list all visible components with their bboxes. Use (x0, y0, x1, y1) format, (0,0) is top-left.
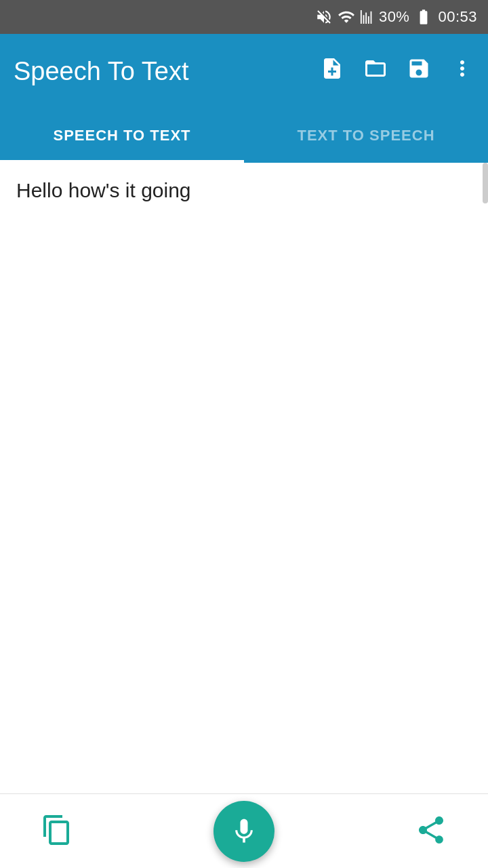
mute-icon (315, 8, 333, 26)
wifi-icon (337, 8, 356, 26)
scrollbar[interactable] (483, 163, 488, 203)
more-options-icon[interactable] (450, 56, 474, 86)
tab-speech-to-text[interactable]: SPEECH TO TEXT (0, 108, 244, 163)
share-button[interactable] (415, 814, 447, 849)
tabs-bar: SPEECH TO TEXT TEXT TO SPEECH (0, 108, 488, 163)
save-icon[interactable] (407, 56, 431, 86)
status-bar: 30% 00:53 (0, 0, 488, 34)
content-area: Hello how's it going (0, 163, 488, 793)
time-display: 00:53 (438, 8, 477, 26)
app-bar-actions (320, 56, 474, 86)
signal-icon (360, 8, 375, 26)
transcribed-text: Hello how's it going (16, 179, 191, 201)
mic-fab-button[interactable] (214, 801, 274, 862)
battery-status: 30% (379, 8, 410, 26)
battery-icon (413, 8, 434, 26)
new-file-icon[interactable] (320, 56, 344, 86)
app-bar: Speech To Text (0, 34, 488, 108)
copy-button[interactable] (41, 814, 73, 849)
open-folder-icon[interactable] (363, 56, 388, 86)
app-title: Speech To Text (14, 57, 320, 86)
status-icons: 30% 00:53 (315, 8, 477, 26)
tab-text-to-speech[interactable]: TEXT TO SPEECH (244, 108, 488, 163)
bottom-bar (0, 793, 488, 868)
